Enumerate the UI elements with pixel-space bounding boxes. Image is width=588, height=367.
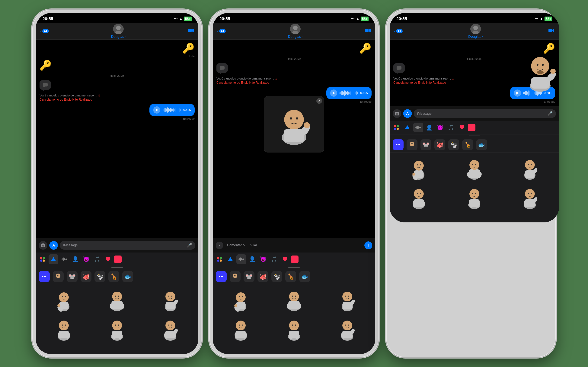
sticker3-hands[interactable] (447, 154, 502, 183)
sticker-cat-fish[interactable]: 🐟 (122, 271, 133, 282)
sticker-tab-heart-3[interactable] (457, 123, 467, 132)
svg-point-26 (62, 296, 63, 297)
sticker-prayer-man[interactable] (91, 315, 143, 343)
sticker-wave-man[interactable] (144, 286, 197, 314)
sticker-tab-music-2[interactable]: 🎵 (269, 254, 279, 264)
play-button-1[interactable] (153, 106, 160, 114)
video-button-3[interactable] (548, 28, 554, 34)
popup-close-2[interactable]: × (316, 98, 322, 104)
camera-button-3[interactable] (393, 109, 401, 118)
video-button-1[interactable] (188, 28, 194, 34)
svg-point-152 (394, 128, 396, 130)
sticker2-hands[interactable] (268, 286, 320, 314)
sticker-man2[interactable] (38, 315, 90, 343)
sticker2-man2[interactable] (215, 315, 267, 343)
sticker-cat-memoji1[interactable] (53, 271, 64, 282)
sticker-cat-cow-3[interactable]: 🐄 (448, 139, 459, 150)
camera-button-1[interactable] (39, 241, 47, 250)
sticker-cat-more[interactable]: ••• (39, 271, 50, 282)
sticker-tab-demon-3[interactable]: 😈 (435, 123, 445, 132)
back-button-1[interactable]: ‹ 41 (40, 29, 49, 34)
sticker-cat-memoji1-2[interactable] (230, 271, 241, 282)
sticker-tab-apps-2[interactable] (225, 254, 235, 264)
sticker-cat-giraffe-3[interactable]: 🦒 (462, 139, 473, 150)
sticker-cat-octopus[interactable]: 🐙 (81, 271, 91, 282)
sticker-tab-red-3[interactable] (468, 124, 476, 131)
mic-button-3[interactable]: 🎤 (547, 111, 553, 116)
svg-point-41 (171, 296, 173, 297)
sticker-tab-music[interactable]: 🎵 (92, 254, 102, 264)
phone-frame-3: 20:55 ▪▪▪ ▲ 58+ ‹ 41 (386, 10, 556, 357)
sticker-cat-octopus-3[interactable]: 🐙 (434, 139, 445, 150)
sticker-man3[interactable] (144, 315, 197, 343)
header-center-3[interactable]: Douglas › (468, 24, 483, 39)
photos-icon-3 (394, 125, 399, 130)
expand-button-2[interactable]: › (216, 242, 223, 249)
sticker-tab-apps[interactable] (49, 254, 58, 264)
sticker-tab-photos[interactable] (38, 254, 47, 264)
sticker3-wave[interactable] (502, 154, 557, 183)
sticker-tab-audio[interactable] (60, 254, 69, 264)
sticker-tab-apps-3[interactable] (402, 123, 412, 132)
play-icon-2 (333, 92, 335, 95)
sticker-cat-memoji1-3[interactable] (406, 139, 417, 150)
sticker-tab-audio-3[interactable] (413, 123, 423, 132)
sticker-tab-heart-2[interactable] (280, 254, 290, 264)
header-center-2[interactable]: Douglas › (288, 24, 303, 39)
sticker2-thumbsup[interactable] (215, 286, 267, 314)
sticker2-wave[interactable] (321, 286, 373, 314)
sticker-cat-cow[interactable]: 🐄 (95, 271, 105, 282)
svg-point-166 (417, 164, 418, 166)
send-button-2[interactable]: ↑ (364, 242, 372, 249)
video-button-2[interactable] (365, 28, 371, 34)
sticker-cat-mouse-2[interactable]: 🐭 (243, 271, 254, 282)
sticker-tab-demon-2[interactable]: 😈 (258, 254, 268, 264)
popup-memoji (275, 103, 313, 146)
header-center-1[interactable]: Douglas › (111, 24, 126, 39)
photos-icon (40, 257, 45, 262)
sticker-thumbsup-man[interactable] (38, 286, 90, 314)
sticker-tab-memoji-2[interactable]: 👤 (247, 254, 257, 264)
sticker-cat-mouse-3[interactable]: 🐭 (421, 139, 431, 150)
sticker-tab-red-2[interactable] (291, 256, 299, 263)
sticker3-prayer[interactable] (447, 183, 502, 211)
sticker2-man3[interactable] (321, 315, 373, 343)
sticker-cat-more-2[interactable]: ••• (216, 271, 227, 282)
sticker3-man2[interactable] (391, 183, 446, 211)
apps-button-1[interactable]: A (49, 241, 58, 250)
input-field-1[interactable]: iMessage 🎤 (60, 241, 195, 250)
sticker-tab-memoji-3[interactable]: 👤 (424, 123, 434, 132)
sticker-tab-music-3[interactable]: 🎵 (446, 123, 456, 132)
sticker2-prayer[interactable] (268, 315, 320, 343)
play-button-2[interactable] (330, 90, 337, 97)
mic-button-1[interactable]: 🎤 (187, 243, 192, 248)
svg-point-121 (292, 325, 293, 326)
sticker3-thumbsup[interactable] (391, 154, 446, 183)
sticker-cat-mouse[interactable]: 🐭 (67, 271, 78, 282)
back-button-2[interactable]: ‹ 41 (217, 29, 226, 34)
sticker-cat-fish-3[interactable]: 🐟 (476, 139, 487, 150)
sticker-cat-fish-2[interactable]: 🐟 (299, 271, 310, 282)
sticker-tab-photos-3[interactable] (391, 123, 401, 132)
sticker-cat-cow-2[interactable]: 🐄 (271, 271, 282, 282)
sticker-tab-photos-2[interactable] (215, 254, 224, 264)
play-button-3[interactable] (514, 90, 521, 97)
back-button-3[interactable]: ‹ 41 (394, 29, 403, 34)
sticker-tab-audio-2[interactable] (236, 254, 246, 264)
sticker3-man3[interactable] (502, 183, 557, 211)
sticker-grid-2 (213, 284, 375, 345)
sticker-tab-memoji[interactable]: 👤 (70, 254, 80, 264)
sticker-hands-man[interactable] (91, 286, 143, 314)
sticker-cat-giraffe[interactable]: 🦒 (108, 271, 119, 282)
sticker-tab-heart[interactable] (103, 254, 113, 264)
sticker-cat-octopus-2[interactable]: 🐙 (258, 271, 268, 282)
sticker-cat-more-3[interactable]: ••• (393, 139, 404, 150)
sticker-tab-red[interactable] (114, 256, 121, 263)
comment-field-2[interactable]: Comentar ou Enviar (225, 241, 363, 250)
sticker-cat-giraffe-2[interactable]: 🦒 (285, 271, 296, 282)
sticker-tab-demon[interactable]: 😈 (81, 254, 91, 264)
audio-bubble-2[interactable]: 00:05 (326, 87, 372, 99)
input-field-3[interactable]: iMessage 🎤 (414, 109, 556, 118)
apps-button-3[interactable]: A (403, 109, 412, 118)
audio-bubble-1[interactable]: 00:05 (149, 104, 195, 116)
